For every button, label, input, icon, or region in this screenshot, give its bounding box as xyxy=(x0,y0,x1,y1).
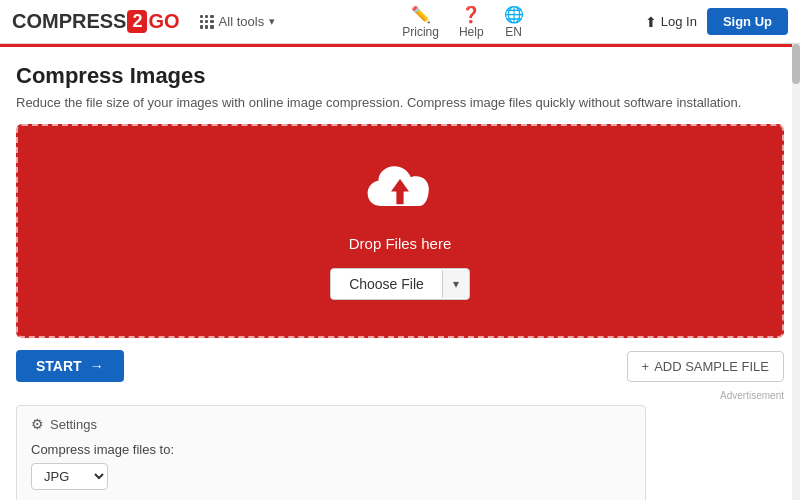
signup-button[interactable]: Sign Up xyxy=(707,8,788,35)
header: COMPRESS 2 GO All tools ▾ ✏️ Pricing xyxy=(0,0,800,44)
choose-file-label: Choose File xyxy=(349,276,424,292)
start-label: START xyxy=(36,358,82,374)
login-icon: ⬆ xyxy=(645,14,657,30)
nav-lang-label: EN xyxy=(505,25,522,39)
choose-file-dropdown-arrow[interactable]: ▾ xyxy=(442,270,469,298)
gear-icon: ⚙ xyxy=(31,416,44,432)
nav-help-label: Help xyxy=(459,25,484,39)
logo-prefix: COMPRESS xyxy=(12,10,126,33)
settings-title: ⚙ Settings xyxy=(31,416,631,432)
plus-icon: + xyxy=(642,359,650,374)
advertisement-label: Advertisement xyxy=(16,390,784,401)
main-content: Compress Images Reduce the file size of … xyxy=(0,47,800,500)
all-tools-label: All tools xyxy=(219,14,265,29)
dropzone[interactable]: Drop Files here Choose File ▾ xyxy=(16,124,784,338)
pricing-icon: ✏️ xyxy=(411,5,431,24)
drop-files-text: Drop Files here xyxy=(349,235,452,252)
header-actions: ⬆ Log In Sign Up xyxy=(645,8,788,35)
help-icon: ❓ xyxy=(461,5,481,24)
login-button[interactable]: ⬆ Log In xyxy=(645,14,697,30)
cloud-upload-icon xyxy=(364,162,436,225)
logo-suffix: GO xyxy=(148,10,179,33)
scrollbar-thumb[interactable] xyxy=(792,44,800,84)
scrollbar[interactable] xyxy=(792,44,800,500)
start-arrow-icon: → xyxy=(90,358,104,374)
page-description: Reduce the file size of your images with… xyxy=(16,95,784,110)
start-button[interactable]: START → xyxy=(16,350,124,382)
settings-title-label: Settings xyxy=(50,417,97,432)
bottom-actions: START → + ADD SAMPLE FILE xyxy=(16,350,784,382)
format-select[interactable]: JPG PNG WEBP xyxy=(32,464,107,489)
nav-pricing-label: Pricing xyxy=(402,25,439,39)
chevron-down-icon: ▾ xyxy=(269,15,275,28)
format-select-wrapper[interactable]: JPG PNG WEBP xyxy=(31,463,108,490)
all-tools-button[interactable]: All tools ▾ xyxy=(194,10,282,33)
logo-number: 2 xyxy=(127,10,147,33)
add-sample-file-button[interactable]: + ADD SAMPLE FILE xyxy=(627,351,784,382)
add-sample-label: ADD SAMPLE FILE xyxy=(654,359,769,374)
nav-help[interactable]: ❓ Help xyxy=(459,5,484,39)
nav-pricing[interactable]: ✏️ Pricing xyxy=(402,5,439,39)
choose-file-button[interactable]: Choose File ▾ xyxy=(330,268,470,300)
login-label: Log In xyxy=(661,14,697,29)
globe-icon: 🌐 xyxy=(504,5,524,24)
choose-file-main-btn[interactable]: Choose File xyxy=(331,269,442,299)
nav-lang[interactable]: 🌐 EN xyxy=(504,5,524,39)
header-nav: ✏️ Pricing ❓ Help 🌐 EN xyxy=(402,5,523,39)
dropdown-arrow-icon: ▾ xyxy=(453,277,459,291)
grid-icon xyxy=(200,15,214,29)
settings-panel: ⚙ Settings Compress image files to: JPG … xyxy=(16,405,646,500)
signup-label: Sign Up xyxy=(723,14,772,29)
page-title: Compress Images xyxy=(16,63,784,89)
logo: COMPRESS 2 GO xyxy=(12,10,180,33)
compress-label: Compress image files to: xyxy=(31,442,631,457)
header-left: COMPRESS 2 GO All tools ▾ xyxy=(12,10,281,33)
